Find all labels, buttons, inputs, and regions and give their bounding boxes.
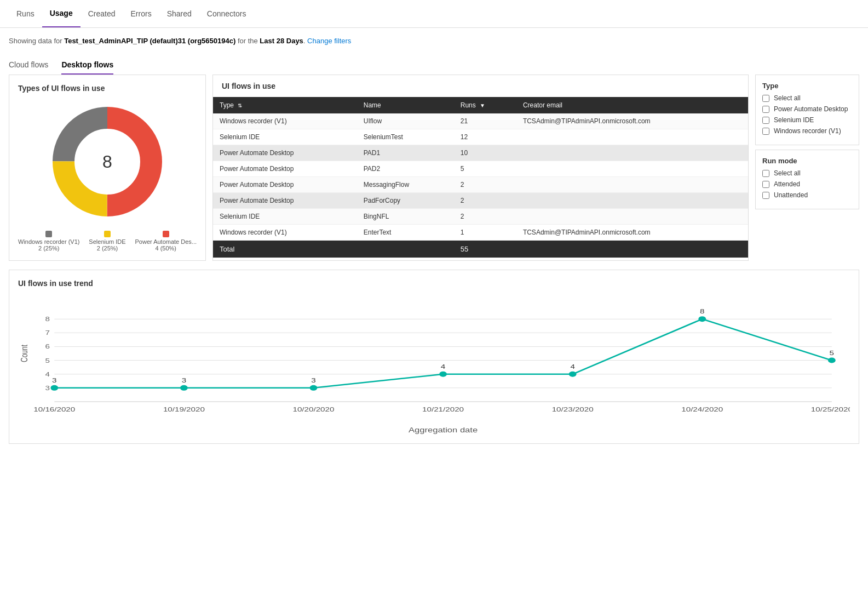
total-row: Total 55 <box>213 241 748 258</box>
table-row: Selenium IDESeleniumTest12 <box>213 129 748 145</box>
svg-text:10/21/2020: 10/21/2020 <box>422 406 464 413</box>
cell-name: PadForCopy <box>357 193 454 209</box>
cell-runs: 2 <box>454 193 516 209</box>
legend-color-red <box>163 231 169 237</box>
cell-email <box>516 129 748 145</box>
cell-name: UIflow <box>357 113 454 129</box>
table-body: Windows recorder (V1)UIflow21TCSAdmin@TI… <box>213 113 748 241</box>
nav-item-runs[interactable]: Runs <box>9 1 42 27</box>
cell-runs: 12 <box>454 129 516 145</box>
tab-cloud-flows[interactable]: Cloud flows <box>9 56 48 75</box>
type-sort-icon[interactable]: ⇅ <box>238 102 242 109</box>
nav-bar: RunsUsageCreatedErrorsSharedConnectors <box>0 0 868 28</box>
cell-name: SeleniumTest <box>357 129 454 145</box>
run-mode-filter-options: Select allAttendedUnattended <box>762 169 852 199</box>
type-filter-label: Select all <box>774 94 801 102</box>
svg-text:10/20/2020: 10/20/2020 <box>292 406 334 413</box>
svg-text:10/24/2020: 10/24/2020 <box>681 406 723 413</box>
svg-text:3: 3 <box>311 377 315 384</box>
table-header: Type ⇅ Name Runs ▼ Creator email <box>213 97 748 113</box>
run-mode-filter-checkbox[interactable] <box>762 170 769 177</box>
trend-svg: 345678Count310/16/2020310/19/2020310/20/… <box>18 292 850 435</box>
nav-item-usage[interactable]: Usage <box>42 0 81 27</box>
legend-sub-gray: 2 (25%) <box>38 245 60 252</box>
type-filter-option[interactable]: Select all <box>762 94 852 102</box>
cell-runs: 10 <box>454 145 516 161</box>
cell-runs: 5 <box>454 161 516 177</box>
svg-text:4: 4 <box>45 371 50 378</box>
table-row: Power Automate DesktopPAD25 <box>213 161 748 177</box>
total-label: Total <box>213 241 357 258</box>
type-filter-checkbox[interactable] <box>762 95 769 102</box>
cell-name: MessagingFlow <box>357 177 454 193</box>
cell-name: PAD1 <box>357 145 454 161</box>
svg-text:3: 3 <box>45 385 50 391</box>
nav-item-connectors[interactable]: Connectors <box>199 1 254 27</box>
donut-card: Types of UI flows in use 8 <box>9 75 206 261</box>
type-filter-title: Type <box>762 82 852 90</box>
table-row: Power Automate DesktopMessagingFlow2 <box>213 177 748 193</box>
legend-label-red: Power Automate Des... <box>135 238 197 245</box>
donut-chart: 8 <box>47 101 168 222</box>
nav-item-created[interactable]: Created <box>81 1 123 27</box>
run-mode-filter-option[interactable]: Select all <box>762 169 852 177</box>
run-mode-filter-title: Run mode <box>762 157 852 165</box>
legend-item-red: Power Automate Des... 4 (50%) <box>135 231 197 252</box>
trend-card: UI flows in use trend 345678Count310/16/… <box>9 270 859 444</box>
svg-text:10/23/2020: 10/23/2020 <box>552 406 594 413</box>
svg-text:8: 8 <box>700 308 704 315</box>
svg-text:7: 7 <box>45 329 50 336</box>
run-mode-filter-label: Unattended <box>774 191 808 199</box>
type-filter-option[interactable]: Selenium IDE <box>762 116 852 124</box>
cell-runs: 2 <box>454 177 516 193</box>
legend-label-gray: Windows recorder (V1) <box>18 238 79 245</box>
chart-area: 345678Count310/16/2020310/19/2020310/20/… <box>18 292 850 435</box>
cell-name: EnterText <box>357 225 454 241</box>
type-filter-options: Select allPower Automate DesktopSelenium… <box>762 94 852 135</box>
svg-text:8: 8 <box>45 316 50 322</box>
type-filter-checkbox[interactable] <box>762 128 769 135</box>
type-filter-label: Power Automate Desktop <box>774 105 848 113</box>
cell-type: Selenium IDE <box>213 129 357 145</box>
subtitle-env: Test_test_AdminAPI_TIP (default)31 (org5… <box>64 37 235 45</box>
type-filter-checkbox[interactable] <box>762 106 769 113</box>
svg-text:4: 4 <box>570 363 574 370</box>
run-mode-filter-label: Attended <box>774 180 800 188</box>
table-title: UI flows in use <box>213 75 748 97</box>
cell-type: Power Automate Desktop <box>213 161 357 177</box>
type-filter-label: Selenium IDE <box>774 116 814 124</box>
cell-runs: 1 <box>454 225 516 241</box>
tab-desktop-flows[interactable]: Desktop flows <box>61 56 113 75</box>
legend-sub-red: 4 (50%) <box>155 245 176 252</box>
table-footer: Total 55 <box>213 241 748 258</box>
table-row: Windows recorder (V1)UIflow21TCSAdmin@TI… <box>213 113 748 129</box>
tabs: Cloud flowsDesktop flows <box>0 49 868 75</box>
run-mode-filter-checkbox[interactable] <box>762 181 769 188</box>
svg-point-26 <box>569 372 577 377</box>
legend-color-gray <box>45 231 52 237</box>
donut-legend: Windows recorder (V1) 2 (25%) Selenium I… <box>18 231 197 252</box>
run-mode-filter-option[interactable]: Unattended <box>762 191 852 199</box>
flows-table: Type ⇅ Name Runs ▼ Creator email Windows… <box>213 97 748 258</box>
table-row: Selenium IDEBingNFL2 <box>213 209 748 225</box>
total-value: 55 <box>454 241 516 258</box>
cell-type: Power Automate Desktop <box>213 177 357 193</box>
subtitle-period: Last 28 Days <box>260 37 303 45</box>
table-row: Windows recorder (V1)EnterText1TCSAdmin@… <box>213 225 748 241</box>
run-mode-filter-checkbox[interactable] <box>762 192 769 199</box>
nav-item-shared[interactable]: Shared <box>159 1 199 27</box>
svg-text:3: 3 <box>182 377 186 384</box>
runs-sort-icon[interactable]: ▼ <box>480 102 485 109</box>
cell-runs: 2 <box>454 209 516 225</box>
total-empty2 <box>516 241 748 258</box>
cell-type: Windows recorder (V1) <box>213 113 357 129</box>
change-filters-link[interactable]: Change filters <box>307 37 351 45</box>
type-filter-checkbox[interactable] <box>762 117 769 124</box>
type-filter-option[interactable]: Power Automate Desktop <box>762 105 852 113</box>
table-card: UI flows in use Type ⇅ Name Runs ▼ Creat… <box>212 75 749 261</box>
nav-item-errors[interactable]: Errors <box>123 1 159 27</box>
type-filter-option[interactable]: Windows recorder (V1) <box>762 127 852 135</box>
filter-panel: Type Select allPower Automate DesktopSel… <box>755 75 859 261</box>
run-mode-filter-option[interactable]: Attended <box>762 180 852 188</box>
svg-text:Aggregation date: Aggregation date <box>409 426 478 433</box>
